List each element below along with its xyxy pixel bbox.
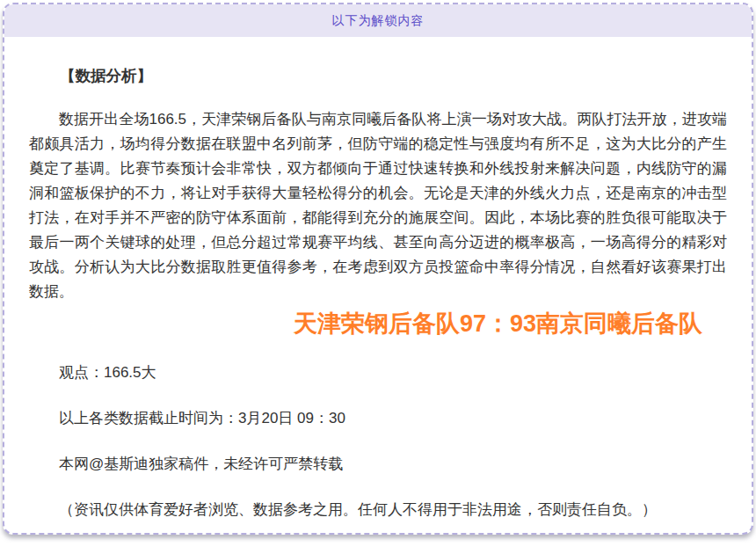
unlocked-content-title: 以下为解锁内容 <box>332 13 425 29</box>
unlocked-content-header: 以下为解锁内容 <box>4 4 752 37</box>
analysis-paragraph: 数据开出全场166.5，天津荣钢后备队与南京同曦后备队将上演一场对攻大战。两队打… <box>29 107 727 304</box>
copyright-line: 本网@基斯迪独家稿件，未经许可严禁转载 <box>29 452 727 477</box>
unlocked-content-panel: 以下为解锁内容 【数据分析】 数据开出全场166.5，天津荣钢后备队与南京同曦后… <box>3 3 753 535</box>
data-cutoff-line: 以上各类数据截止时间为：3月20日 09：30 <box>29 406 727 431</box>
score-prediction: 天津荣钢后备队97：93南京同曦后备队 <box>294 308 702 339</box>
viewpoint-line: 观点：166.5大 <box>29 361 727 385</box>
disclaimer-line: （资讯仅供体育爱好者浏览、数据参考之用。任何人不得用于非法用途，否则责任自负。） <box>29 498 727 522</box>
analysis-content: 【数据分析】 数据开出全场166.5，天津荣钢后备队与南京同曦后备队将上演一场对… <box>4 37 752 531</box>
section-title-data-analysis: 【数据分析】 <box>29 63 727 88</box>
